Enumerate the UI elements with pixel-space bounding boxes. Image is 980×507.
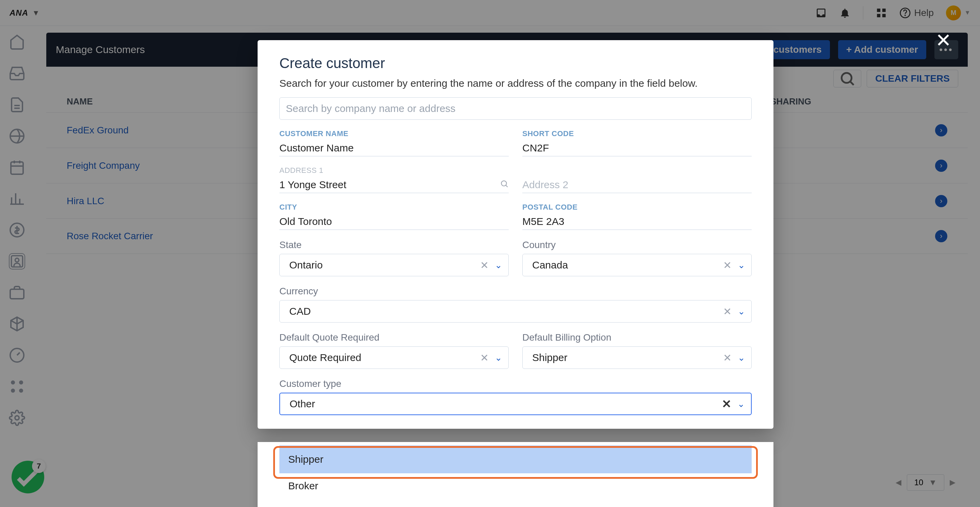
- chevron-down-icon[interactable]: ⌄: [737, 399, 745, 409]
- country-select[interactable]: Canada✕⌄: [522, 254, 752, 276]
- clear-icon[interactable]: ✕: [723, 259, 732, 271]
- clear-icon[interactable]: ✕: [723, 305, 732, 318]
- label-state: State: [279, 240, 509, 250]
- dropdown-option-broker[interactable]: Broker: [279, 473, 752, 499]
- clear-icon[interactable]: ✕: [480, 259, 488, 271]
- short-code-input[interactable]: CN2F: [522, 140, 752, 157]
- label-billing: Default Billing Option: [522, 332, 752, 343]
- modal-subtitle: Search for your customer by entering the…: [279, 78, 752, 89]
- label-customer-name: CUSTOMER NAME: [279, 129, 509, 138]
- clear-icon[interactable]: ✕: [723, 352, 732, 364]
- currency-select[interactable]: CAD✕⌄: [279, 300, 752, 323]
- quote-select[interactable]: Quote Required✕⌄: [279, 346, 509, 369]
- chevron-down-icon[interactable]: ⌄: [495, 353, 502, 363]
- chevron-down-icon[interactable]: ⌄: [738, 353, 745, 363]
- address2-input[interactable]: Address 2: [522, 177, 752, 193]
- close-icon[interactable]: ✕: [934, 31, 953, 50]
- customer-type-dropdown: Shipper Broker Carrier: [258, 442, 773, 507]
- modal-title: Create customer: [279, 55, 752, 72]
- label-customer-type: Customer type: [279, 378, 752, 389]
- address1-input[interactable]: 1 Yonge Street: [279, 177, 509, 193]
- dropdown-option-carrier[interactable]: Carrier: [279, 499, 752, 507]
- label-quote: Default Quote Required: [279, 332, 509, 343]
- label-address2: [522, 166, 752, 175]
- chevron-down-icon[interactable]: ⌄: [738, 306, 745, 317]
- clear-icon[interactable]: ✕: [480, 352, 488, 364]
- label-country: Country: [522, 240, 752, 250]
- label-short-code: SHORT CODE: [522, 129, 752, 138]
- postal-input[interactable]: M5E 2A3: [522, 214, 752, 230]
- company-search-input[interactable]: Search by company name or address: [279, 97, 752, 120]
- billing-select[interactable]: Shipper✕⌄: [522, 346, 752, 369]
- svg-point-19: [501, 181, 506, 186]
- label-address1: ADDRESS 1: [279, 166, 509, 175]
- customer-type-select[interactable]: Other✕⌄: [279, 393, 752, 415]
- clear-icon[interactable]: ✕: [722, 397, 731, 411]
- label-city: CITY: [279, 203, 509, 211]
- create-customer-modal: Create customer Search for your customer…: [258, 40, 773, 429]
- dropdown-option-shipper[interactable]: Shipper: [279, 445, 752, 473]
- label-postal: POSTAL CODE: [522, 203, 752, 211]
- customer-name-input[interactable]: Customer Name: [279, 140, 509, 157]
- chevron-down-icon[interactable]: ⌄: [495, 260, 502, 270]
- search-icon[interactable]: [500, 179, 509, 191]
- label-currency: Currency: [279, 286, 752, 297]
- city-input[interactable]: Old Toronto: [279, 214, 509, 230]
- state-select[interactable]: Ontario✕⌄: [279, 254, 509, 276]
- chevron-down-icon[interactable]: ⌄: [738, 260, 745, 270]
